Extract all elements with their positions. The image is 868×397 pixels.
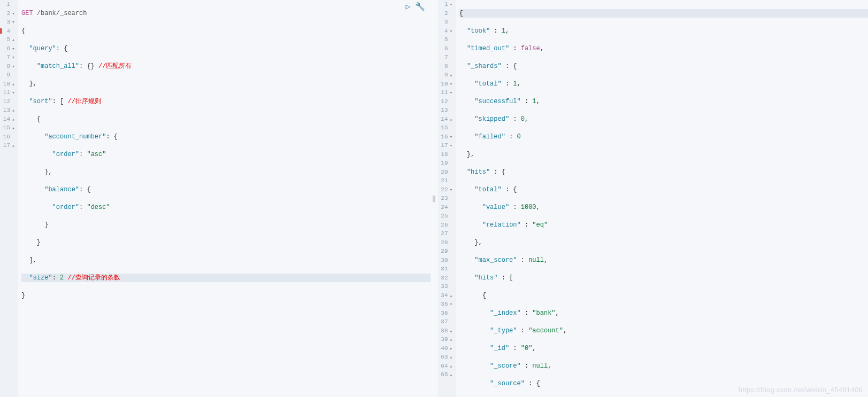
gutter-line: 21 [438,176,454,185]
gutter-line: 28 [438,238,454,247]
response-code[interactable]: { "took" : 1, "timed_out" : false, "_sha… [456,0,869,397]
gutter-line: 10▴ [0,80,16,89]
fold-toggle-icon[interactable]: ▴ [449,336,454,345]
gutter-line: 25 [438,212,454,221]
gutter-line: 17▴ [0,141,16,150]
fold-toggle-icon[interactable]: ▴ [449,371,454,380]
fold-toggle-icon[interactable]: ▴ [449,292,454,301]
gutter-line: 12 [438,97,454,106]
fold-toggle-icon[interactable]: ▾ [449,142,454,151]
gutter-line: 7▾ [0,53,16,62]
left-gutter: 12▾3▾45▴6▾7▾8▾910▴11▾1213▴14▴15▴1617▴ [0,0,18,397]
gutter-line: 11▾ [0,88,16,97]
gutter-line: 8▾ [0,62,16,71]
fold-toggle-icon[interactable]: ▾ [449,89,454,98]
fold-toggle-icon[interactable]: ▾ [449,133,454,142]
gutter-line: 5 [438,35,454,44]
fold-toggle-icon[interactable]: ▾ [11,45,16,54]
fold-toggle-icon[interactable]: ▾ [449,186,454,195]
http-method: GET [21,10,33,17]
gutter-line: 2▾ [0,9,16,18]
request-code[interactable]: GET /bank/_search { "query": { "match_al… [18,0,431,397]
gutter-line: 38▴ [438,326,454,336]
fold-toggle-icon[interactable]: ▴ [11,115,16,124]
gutter-line: 1▾ [438,0,454,9]
request-path: /bank/_search [33,10,87,17]
gutter-line: 19 [438,159,454,168]
gutter-line: 9 [0,71,16,80]
gutter-line: 9▴ [438,71,454,80]
gutter-line: 33 [438,282,454,291]
fold-toggle-icon[interactable]: ▴ [449,353,454,362]
fold-toggle-icon[interactable]: ▴ [11,124,16,133]
gutter-line: 3▾ [0,18,16,27]
gutter-line: 8 [438,62,454,71]
gutter-line: 15 [438,123,454,133]
response-pane[interactable]: 1▾234▾56789▴10▾11▾121314▴1516▾17▾1819202… [438,0,869,397]
fold-toggle-icon[interactable]: ▾ [11,53,16,63]
gutter-line: 22▾ [438,185,454,194]
fold-toggle-icon[interactable]: ▾ [11,18,16,27]
fold-toggle-icon[interactable]: ▾ [11,63,16,72]
gutter-line: 23 [438,194,454,203]
gutter-line: 7 [438,53,454,62]
gutter-line: 26 [438,221,454,230]
fold-toggle-icon[interactable]: ▾ [449,300,454,309]
gutter-line: 13▴ [0,106,16,115]
gutter-line: 4▾ [438,27,454,36]
gutter-line: 18 [438,150,454,159]
gutter-line: 29 [438,247,454,256]
gutter-line: 35▾ [438,300,454,309]
editor-actions: ▷ 🔧 [405,2,425,12]
fold-toggle-icon[interactable]: ▸ [449,345,454,354]
gutter-line: 12 [0,97,16,106]
gutter-line: 16▾ [438,133,454,142]
gutter-line: 40▸ [438,344,454,353]
gutter-line: 14▴ [0,115,16,124]
fold-toggle-icon[interactable]: ▴ [449,362,454,371]
fold-toggle-icon[interactable]: ▾ [449,1,454,10]
gutter-line: 30 [438,256,454,265]
gutter-line: 64▴ [438,362,454,371]
gutter-line: 24 [438,203,454,212]
gutter-line: 1 [0,0,16,9]
fold-toggle-icon[interactable]: ▴ [449,115,454,124]
gutter-line: 32 [438,274,454,283]
code-line: { [21,27,431,36]
gutter-line: 3 [438,18,454,27]
gutter-line: 27 [438,229,454,238]
pane-divider[interactable]: ‖ [431,0,438,397]
gutter-line: 31 [438,264,454,274]
gutter-line: 20 [438,168,454,177]
fold-toggle-icon[interactable]: ▴ [449,327,454,336]
gutter-line: 6 [438,44,454,53]
fold-toggle-icon[interactable]: ▾ [11,10,16,19]
gutter-line: 4 [0,27,16,36]
fold-toggle-icon[interactable]: ▴ [11,80,16,89]
fold-toggle-icon[interactable]: ▾ [11,89,16,98]
gutter-line: 5▴ [0,35,16,44]
gutter-line: 13 [438,106,454,115]
run-icon[interactable]: ▷ [405,2,410,12]
gutter-line: 17▾ [438,141,454,150]
fold-toggle-icon[interactable]: ▴ [449,71,454,80]
gutter-line: 65▴ [438,370,454,379]
fold-toggle-icon[interactable]: ▴ [11,36,16,45]
fold-toggle-icon[interactable]: ▴ [11,106,16,115]
fold-toggle-icon[interactable]: ▾ [449,27,454,36]
gutter-line: 15▴ [0,123,16,133]
gutter-line: 63▴ [438,353,454,362]
gutter-line: 16 [0,133,16,142]
gutter-line: 6▾ [0,44,16,53]
request-editor-pane[interactable]: 12▾3▾45▴6▾7▾8▾910▴11▾1213▴14▴15▴1617▴ GE… [0,0,431,397]
gutter-line: 2 [438,9,454,18]
gutter-line: 11▾ [438,88,454,97]
fold-toggle-icon[interactable]: ▾ [449,80,454,89]
gutter-line: 39▴ [438,335,454,344]
wrench-icon[interactable]: 🔧 [415,2,425,12]
gutter-line: 34▴ [438,291,454,300]
gutter-line: 10▾ [438,80,454,89]
fold-toggle-icon[interactable]: ▴ [11,142,16,151]
gutter-line: 14▴ [438,115,454,124]
right-gutter: 1▾234▾56789▴10▾11▾121314▴1516▾17▾1819202… [438,0,456,397]
